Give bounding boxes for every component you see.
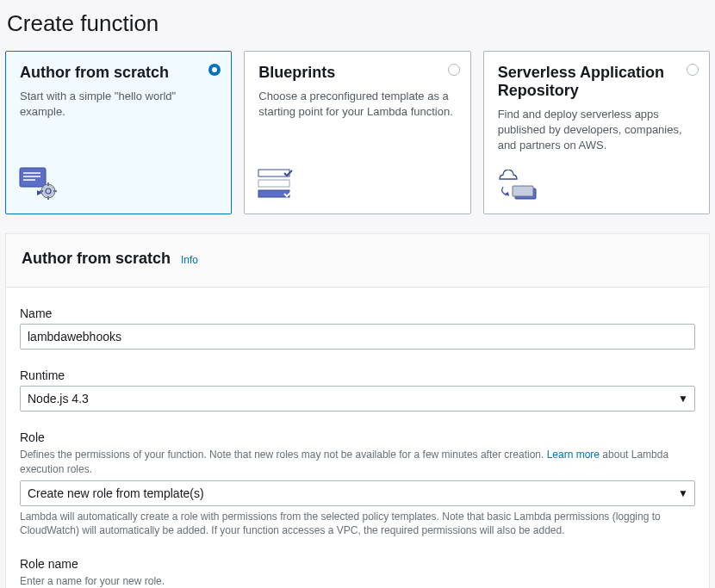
svg-rect-8	[40, 190, 43, 192]
info-link[interactable]: Info	[181, 254, 198, 266]
role-hint-below: Lambda will automatically create a role …	[20, 510, 695, 539]
role-select[interactable]: Create new role from template(s)	[20, 480, 695, 506]
role-hint: Defines the permissions of your function…	[20, 448, 695, 477]
radio-selected-icon	[208, 64, 221, 76]
svg-rect-7	[47, 196, 49, 200]
svg-rect-6	[47, 183, 49, 186]
svg-rect-12	[258, 180, 289, 187]
role-name-label: Role name	[20, 557, 695, 571]
name-label: Name	[20, 306, 695, 320]
card-description: Choose a preconfigured template as a sta…	[258, 89, 456, 120]
card-serverless-repo[interactable]: Serverless Application Repository Find a…	[483, 51, 710, 214]
card-author-from-scratch[interactable]: Author from scratch Start with a simple …	[5, 51, 232, 214]
field-role-name: Role name Enter a name for your new role…	[20, 557, 695, 588]
blueprints-icon	[257, 168, 298, 205]
runtime-select[interactable]: Node.js 4.3	[20, 386, 695, 412]
page-title: Create function	[7, 10, 710, 37]
svg-rect-16	[513, 186, 533, 196]
option-cards-row: Author from scratch Start with a simple …	[5, 51, 710, 214]
section-header: Author from scratch Info	[6, 233, 709, 288]
author-section: Author from scratch Info Name Runtime No…	[5, 233, 710, 588]
role-name-hint: Enter a name for your new role.	[20, 574, 695, 588]
radio-unselected-icon	[448, 64, 460, 76]
card-title: Blueprints	[258, 64, 456, 82]
learn-more-link[interactable]: Learn more	[547, 449, 600, 461]
name-input[interactable]	[20, 324, 695, 350]
section-title: Author from scratch	[22, 250, 171, 267]
card-title: Author from scratch	[20, 64, 217, 82]
field-name: Name	[20, 306, 695, 350]
svg-rect-9	[53, 190, 57, 192]
role-label: Role	[20, 430, 695, 444]
scratch-icon	[18, 166, 59, 205]
field-runtime: Runtime Node.js 4.3 ▼	[20, 368, 695, 412]
card-description: Start with a simple "hello world" exampl…	[20, 89, 217, 120]
svg-marker-14	[505, 192, 509, 196]
radio-unselected-icon	[687, 64, 699, 76]
runtime-label: Runtime	[20, 368, 695, 382]
svg-rect-0	[20, 168, 46, 187]
card-description: Find and deploy serverless apps publishe…	[498, 107, 695, 154]
card-title: Serverless Application Repository	[498, 64, 695, 100]
svg-point-4	[41, 184, 55, 198]
serverless-icon	[496, 170, 541, 205]
field-role: Role Defines the permissions of your fun…	[20, 430, 695, 538]
card-blueprints[interactable]: Blueprints Choose a preconfigured templa…	[244, 51, 470, 214]
